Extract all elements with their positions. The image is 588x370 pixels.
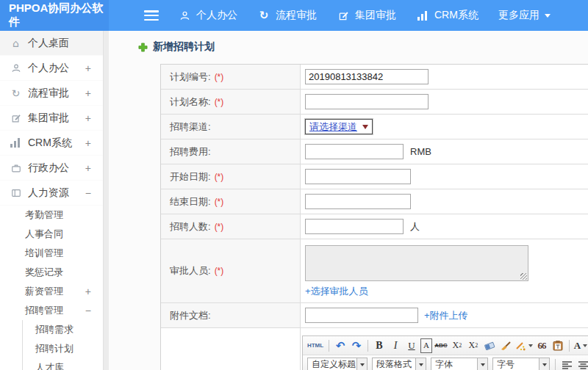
sidebar-item-recruit-demand[interactable]: 招聘需求 xyxy=(23,320,103,339)
subscript-button[interactable]: X2 xyxy=(466,338,481,353)
sidebar-item-label: 集团审批 xyxy=(28,112,69,125)
rich-text-editor: HTML ↶ ↷ B I U A ABC X2 X2 xyxy=(302,335,588,370)
edit-icon xyxy=(337,9,350,22)
nav-label: 集团审批 xyxy=(355,9,396,22)
attachment-upload-link[interactable]: +附件上传 xyxy=(424,309,468,322)
sidebar-item-process-approval[interactable]: ↻ 流程审批 + xyxy=(0,81,103,106)
plan-name-input[interactable] xyxy=(305,94,429,109)
sidebar-item-attendance[interactable]: 考勤管理 xyxy=(0,206,103,225)
undo-button[interactable]: ↶ xyxy=(333,338,348,353)
nav-item-more-apps[interactable]: 更多应用 xyxy=(498,9,551,22)
sidebar-item-hr-contract[interactable]: 人事合同 xyxy=(0,225,103,244)
align-center-button[interactable] xyxy=(576,358,588,370)
paragraph-format-dropdown[interactable]: 段落格式 xyxy=(372,358,426,370)
italic-button[interactable]: I xyxy=(388,338,403,353)
recruit-fee-input[interactable] xyxy=(305,144,404,159)
nav-item-group-approval[interactable]: 集团审批 xyxy=(337,9,396,22)
font-size-dropdown[interactable]: 字号 xyxy=(492,358,550,370)
strikethrough-button[interactable]: ABC xyxy=(434,338,448,353)
sidebar-item-recruit-mgmt[interactable]: 招聘管理 − xyxy=(0,301,103,320)
format-painter-button[interactable] xyxy=(514,338,533,353)
sidebar-scrollbar[interactable] xyxy=(103,31,109,370)
add-plus-icon xyxy=(138,43,148,52)
sidebar-item-desktop[interactable]: ⌂ 个人桌面 xyxy=(0,31,103,56)
underline-button[interactable]: U xyxy=(404,338,419,353)
nav-item-process-approval[interactable]: ↻ 流程审批 xyxy=(257,9,317,22)
nav-label: CRM系统 xyxy=(434,9,478,22)
sidebar-item-talent-pool[interactable]: 人才库 xyxy=(23,358,103,370)
headcount-input[interactable] xyxy=(305,219,404,234)
sidebar-item-crm[interactable]: CRM系统 + xyxy=(0,131,103,156)
toolbar-separator xyxy=(368,340,368,352)
sidebar-item-training[interactable]: 培训管理 xyxy=(0,244,103,263)
superscript-button[interactable]: X2 xyxy=(450,338,465,353)
dropdown-arrow-button[interactable] xyxy=(477,358,487,370)
required-mark: (*) xyxy=(215,222,224,232)
dropdown-arrow-button[interactable] xyxy=(356,358,367,370)
channel-select[interactable]: 请选择渠道 xyxy=(305,119,373,134)
paste-button[interactable] xyxy=(551,338,565,353)
form-row: 计划名称: (*) xyxy=(161,90,588,115)
dropdown-arrow-button[interactable] xyxy=(539,358,549,370)
form-row-editor: HTML ↶ ↷ B I U A ABC X2 X2 xyxy=(161,328,588,370)
nav-item-crm[interactable]: CRM系统 xyxy=(416,9,478,22)
editor-toolbar-row2: 自定义标题 段落格式 字体 xyxy=(303,355,588,370)
sidebar-item-label: 个人办公 xyxy=(28,62,69,75)
plan-number-input[interactable] xyxy=(305,69,429,84)
superscript-base: X xyxy=(453,340,459,351)
sidebar-item-rewards[interactable]: 奖惩记录 xyxy=(0,263,103,282)
select-approver-link[interactable]: +选择审批人员 xyxy=(305,285,368,298)
start-date-input[interactable] xyxy=(305,169,411,184)
toolbar-separator xyxy=(329,340,329,352)
expand-plus-icon[interactable]: + xyxy=(85,137,91,149)
sidebar-item-salary[interactable]: 薪资管理 + xyxy=(0,282,103,301)
expand-plus-icon[interactable]: + xyxy=(85,162,91,174)
field-label-text: 招聘费用: xyxy=(170,145,211,159)
bar-chart-icon xyxy=(416,9,429,22)
sidebar-item-admin-office[interactable]: 行政办公 + xyxy=(0,156,103,181)
font-family-dropdown[interactable]: 字体 xyxy=(431,358,488,370)
approver-textarea[interactable] xyxy=(305,245,528,281)
autotypeset-button[interactable]: A xyxy=(420,338,432,353)
sidebar-item-group-approval[interactable]: 集团审批 + xyxy=(0,106,103,131)
sidebar: ⌂ 个人桌面 个人办公 + ↻ 流程审批 + 集团审批 + CRM系统 xyxy=(0,31,103,370)
field-value xyxy=(301,189,588,214)
expand-plus-icon[interactable]: + xyxy=(85,286,91,297)
attachment-input[interactable] xyxy=(305,308,418,323)
app-window: PHPOA协同办公软件 个人办公 ↻ 流程审批 集团审批 xyxy=(0,0,588,370)
field-label: 计划编号: (*) xyxy=(161,65,301,89)
bold-button[interactable]: B xyxy=(372,338,387,353)
required-mark: (*) xyxy=(215,266,224,276)
nav-label: 个人办公 xyxy=(196,9,237,22)
html-source-button[interactable]: HTML xyxy=(306,338,325,353)
sidebar-recruit-submenu: 招聘需求 招聘计划 人才库 xyxy=(22,320,103,370)
font-color-button[interactable]: A xyxy=(573,338,588,353)
sidebar-item-recruit-plan[interactable]: 招聘计划 xyxy=(23,339,103,358)
eraser-button[interactable] xyxy=(482,338,497,353)
collapse-minus-icon[interactable]: − xyxy=(85,187,91,199)
dropdown-arrow-button[interactable] xyxy=(415,358,426,370)
collapse-minus-icon[interactable]: − xyxy=(85,305,91,316)
form-row: 招聘渠道: 请选择渠道 xyxy=(161,115,588,139)
expand-plus-icon[interactable]: + xyxy=(85,87,91,99)
dropdown-caret-icon xyxy=(528,344,533,347)
align-left-button[interactable] xyxy=(559,358,574,370)
expand-plus-icon[interactable]: + xyxy=(85,62,91,74)
field-label-text: 结束日期: xyxy=(170,195,211,208)
sidebar-item-personal-office[interactable]: 个人办公 + xyxy=(0,56,103,81)
sidebar-item-label: 个人桌面 xyxy=(28,37,69,50)
field-label: 附件文档: xyxy=(161,303,301,327)
sidebar-item-hr[interactable]: 人力资源 − xyxy=(0,181,103,206)
chevron-down-icon xyxy=(545,14,551,18)
field-label: 结束日期: (*) xyxy=(161,189,301,214)
blockquote-button[interactable]: 66 xyxy=(534,338,549,353)
sidebar-item-label: 人事合同 xyxy=(25,228,63,241)
end-date-input[interactable] xyxy=(305,194,411,209)
bar-chart-icon xyxy=(10,137,22,149)
custom-title-dropdown[interactable]: 自定义标题 xyxy=(307,358,368,370)
clean-brush-button[interactable] xyxy=(498,338,513,353)
nav-item-personal-office[interactable]: 个人办公 xyxy=(178,9,237,22)
hamburger-menu-icon[interactable] xyxy=(144,10,159,21)
redo-button[interactable]: ↷ xyxy=(349,338,364,353)
expand-plus-icon[interactable]: + xyxy=(85,112,91,124)
